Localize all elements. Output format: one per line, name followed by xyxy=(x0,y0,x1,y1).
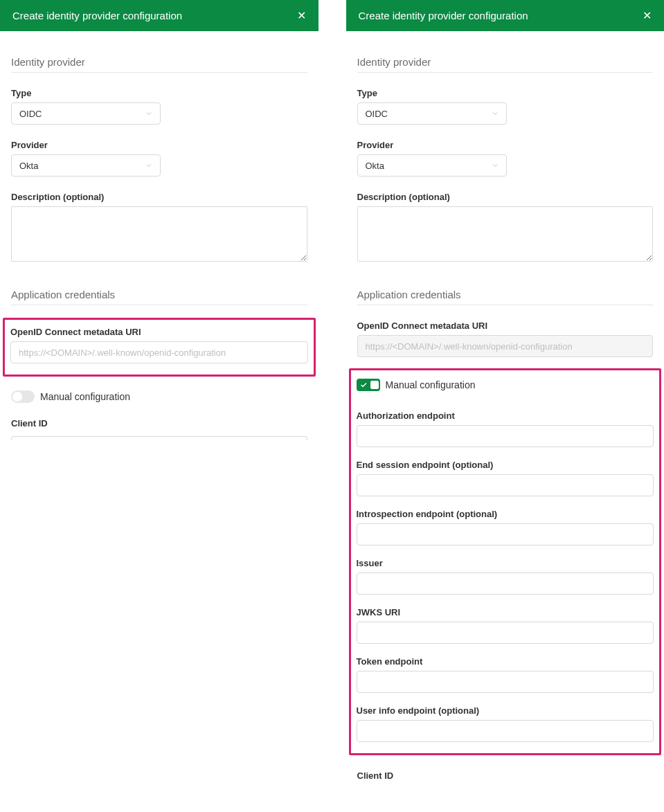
field-issuer: Issuer xyxy=(357,558,654,595)
section-identity-provider: Identity provider xyxy=(11,56,307,73)
provider-value: Okta xyxy=(19,161,38,171)
field-end-session-endpoint: End session endpoint (optional) xyxy=(357,460,654,496)
issuer-input[interactable] xyxy=(357,572,654,595)
dialog-header: Create identity provider configuration ✕ xyxy=(346,0,665,31)
introspection-endpoint-input[interactable] xyxy=(357,523,654,545)
manual-config-toggle[interactable] xyxy=(11,390,35,403)
dialog-header: Create identity provider configuration ✕ xyxy=(0,0,318,31)
close-icon[interactable]: ✕ xyxy=(643,10,652,21)
client-id-input[interactable] xyxy=(11,436,307,440)
jwks-uri-label: JWKS URI xyxy=(357,607,654,617)
description-label: Description (optional) xyxy=(11,192,307,202)
chevron-down-icon xyxy=(491,161,499,170)
field-jwks-uri: JWKS URI xyxy=(357,607,654,644)
field-client-id: Client ID xyxy=(11,418,307,444)
token-endpoint-label: Token endpoint xyxy=(357,656,654,667)
right-panel: Create identity provider configuration ✕… xyxy=(346,0,665,785)
manual-config-row: Manual configuration xyxy=(11,390,307,403)
jwks-uri-input[interactable] xyxy=(357,622,654,644)
auth-endpoint-label: Authorization endpoint xyxy=(357,410,654,421)
type-value: OIDC xyxy=(19,109,42,119)
provider-select[interactable]: Okta xyxy=(357,154,507,177)
description-input[interactable] xyxy=(11,206,307,262)
chevron-down-icon xyxy=(145,161,153,170)
manual-config-label: Manual configuration xyxy=(386,379,476,390)
check-icon xyxy=(359,381,368,389)
manual-config-row: Manual configuration xyxy=(357,379,654,391)
user-info-endpoint-label: User info endpoint (optional) xyxy=(357,705,654,716)
metadata-uri-label: OpenID Connect metadata URI xyxy=(10,327,308,337)
chevron-down-icon xyxy=(145,109,153,118)
left-panel: Create identity provider configuration ✕… xyxy=(0,0,318,444)
close-icon[interactable]: ✕ xyxy=(297,10,306,21)
end-session-endpoint-label: End session endpoint (optional) xyxy=(357,460,654,470)
field-client-id: Client ID xyxy=(357,770,654,781)
section-application-credentials: Application credentials xyxy=(11,289,307,305)
issuer-label: Issuer xyxy=(357,558,654,568)
highlight-metadata-uri: OpenID Connect metadata URI xyxy=(3,318,316,377)
field-metadata-uri: OpenID Connect metadata URI xyxy=(357,321,654,357)
type-select[interactable]: OIDC xyxy=(11,102,161,125)
field-provider: Provider Okta xyxy=(11,140,307,177)
provider-value: Okta xyxy=(366,161,384,171)
auth-endpoint-input[interactable] xyxy=(357,425,654,447)
field-token-endpoint: Token endpoint xyxy=(357,656,654,693)
client-id-label: Client ID xyxy=(11,418,307,428)
type-label: Type xyxy=(11,88,307,98)
section-identity-provider: Identity provider xyxy=(357,56,654,73)
provider-label: Provider xyxy=(357,140,654,150)
user-info-endpoint-input[interactable] xyxy=(357,720,654,742)
token-endpoint-input[interactable] xyxy=(357,671,654,693)
field-type: Type OIDC xyxy=(357,88,654,125)
client-id-label: Client ID xyxy=(357,770,654,781)
metadata-uri-input xyxy=(357,335,654,357)
provider-label: Provider xyxy=(11,140,307,150)
field-description: Description (optional) xyxy=(357,192,654,264)
type-label: Type xyxy=(357,88,654,98)
description-label: Description (optional) xyxy=(357,192,654,202)
dialog-title: Create identity provider configuration xyxy=(359,10,528,21)
field-type: Type OIDC xyxy=(11,88,307,125)
manual-config-label: Manual configuration xyxy=(40,391,130,402)
field-introspection-endpoint: Introspection endpoint (optional) xyxy=(357,509,654,545)
field-auth-endpoint: Authorization endpoint xyxy=(357,410,654,447)
metadata-uri-label: OpenID Connect metadata URI xyxy=(357,321,654,331)
end-session-endpoint-input[interactable] xyxy=(357,474,654,496)
dialog-title: Create identity provider configuration xyxy=(12,10,182,21)
type-select[interactable]: OIDC xyxy=(357,102,507,125)
section-application-credentials: Application credentials xyxy=(357,289,654,305)
field-description: Description (optional) xyxy=(11,192,307,264)
manual-config-toggle[interactable] xyxy=(357,379,380,391)
metadata-uri-input[interactable] xyxy=(10,341,308,363)
description-input[interactable] xyxy=(357,206,654,262)
introspection-endpoint-label: Introspection endpoint (optional) xyxy=(357,509,654,519)
chevron-down-icon xyxy=(491,109,499,118)
type-value: OIDC xyxy=(366,109,388,119)
toggle-knob xyxy=(370,381,379,389)
provider-select[interactable]: Okta xyxy=(11,154,161,177)
field-user-info-endpoint: User info endpoint (optional) xyxy=(357,705,654,742)
field-provider: Provider Okta xyxy=(357,140,654,177)
highlight-manual-config: Manual configuration Authorization endpo… xyxy=(349,368,662,755)
field-metadata-uri: OpenID Connect metadata URI xyxy=(10,327,308,363)
